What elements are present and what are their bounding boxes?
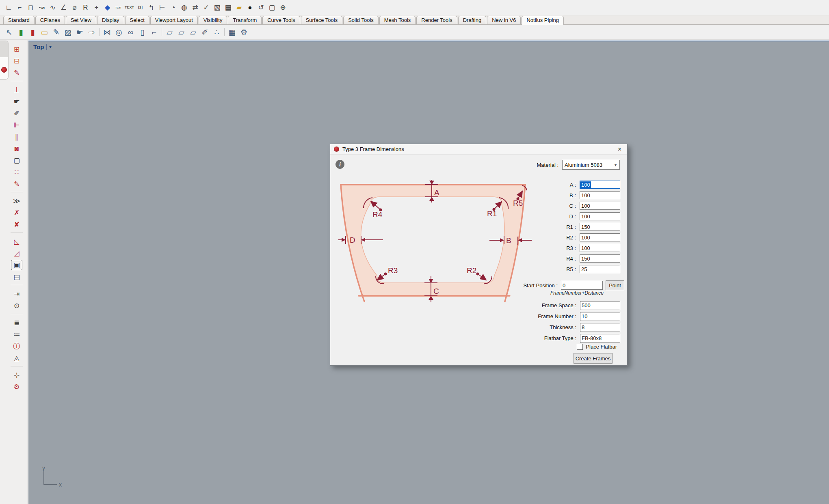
tab-surface-tools[interactable]: Surface Tools (301, 16, 343, 24)
hatch-tool-icon[interactable]: ◍ (179, 2, 190, 13)
open-document-icon[interactable]: ⊟ (11, 56, 22, 66)
place-flatbar-checkbox[interactable] (577, 344, 583, 350)
tab-set-view[interactable]: Set View (66, 16, 96, 24)
tab-transform[interactable]: Transform (228, 16, 262, 24)
paint-select-icon[interactable]: ▣ (11, 260, 22, 270)
diameter-tool-icon[interactable]: ⌀ (69, 2, 80, 13)
valve-icon[interactable]: ⋈ (101, 26, 113, 38)
tab-visibility[interactable]: Visibility (199, 16, 227, 24)
library-pipe-icon[interactable]: ▱ (187, 26, 199, 38)
viewport-title-menu[interactable]: Top ▾ (33, 43, 51, 50)
dialog-titlebar[interactable]: Type 3 Frame Dimensions × (330, 144, 627, 155)
gear-icon[interactable]: ⚙ (11, 381, 22, 392)
cube-hatch-tool-icon[interactable]: ▧ (212, 2, 223, 13)
field-frame-number[interactable]: 10 (580, 312, 620, 321)
tab-notilus-piping[interactable]: Notilus Piping (522, 16, 564, 25)
pipe-route-icon[interactable]: ▮ (15, 26, 27, 38)
field-r4[interactable]: 150 (580, 254, 620, 263)
open-folder-icon[interactable]: ▰ (234, 2, 245, 13)
pipe-tee-icon[interactable]: ⊥ (11, 84, 22, 95)
tab-select[interactable]: Select (125, 16, 149, 24)
bom-search-icon[interactable]: ≔ (11, 329, 22, 340)
radius-dim-tool-icon[interactable]: ◔ (168, 2, 179, 13)
field-thickness[interactable]: 8 (580, 323, 620, 332)
edit-document-icon[interactable]: ✎ (11, 67, 22, 78)
dim-tool-icon[interactable]: ⊢ (157, 2, 168, 13)
tab-mesh-tools[interactable]: Mesh Tools (379, 16, 416, 24)
settings-gear-icon[interactable]: ⚙ (238, 26, 250, 38)
closed-region-icon[interactable]: ◙ (11, 143, 22, 154)
info-icon[interactable]: i (335, 160, 344, 169)
library-edit-icon[interactable]: ✐ (199, 26, 211, 38)
label-a-tool-icon[interactable]: ▢ (266, 2, 277, 13)
weight-icon[interactable]: ◬ (11, 353, 22, 363)
leader-tool-icon[interactable]: ↰ (146, 2, 157, 13)
tab-drafting[interactable]: Drafting (458, 16, 487, 24)
table-icon[interactable]: ▦ (226, 26, 238, 38)
viewport-menu-caret-icon[interactable]: ▾ (49, 45, 51, 49)
list-tool-icon[interactable]: ▤ (223, 2, 234, 13)
cylinder-fitting-icon[interactable]: ▯ (136, 26, 148, 38)
snap-align-icon[interactable]: ⇥ (11, 289, 22, 299)
spiral-tool-icon[interactable]: ↺ (255, 2, 266, 13)
surface-icon[interactable]: ▢ (11, 155, 22, 166)
draw-curve-icon[interactable]: ✐ (11, 108, 22, 118)
extract-pipe-icon[interactable]: ⇨ (86, 26, 97, 38)
prism-icon[interactable]: ◺ (11, 236, 22, 247)
curve-tool-2-icon[interactable]: ∿ (47, 2, 58, 13)
panel-lines-icon[interactable]: ▤ (11, 271, 22, 282)
angle-45-tool-icon[interactable]: ∠ (58, 2, 69, 13)
delete-branch-icon[interactable]: ✘ (11, 219, 22, 230)
select-pipe-icon[interactable]: ↖ (3, 26, 15, 38)
measure-info-icon[interactable]: ⓘ (11, 341, 22, 351)
field-c[interactable]: 100 (580, 202, 620, 210)
start-position-field[interactable]: 0 (561, 281, 603, 290)
rhino-panel-icon[interactable] (1, 67, 7, 73)
align-tool-icon[interactable]: ⇄ (190, 2, 201, 13)
pick-pipe-icon[interactable]: ☛ (74, 26, 86, 38)
field-r1[interactable]: 150 (580, 223, 620, 231)
field-flatbar-type[interactable]: FB-80x8 (580, 334, 620, 343)
gumball-tool-icon[interactable]: ⊕ (277, 2, 288, 13)
library-flange-icon[interactable]: ▱ (175, 26, 187, 38)
plus-tool-icon[interactable]: + (91, 2, 102, 13)
replace-fitting-icon[interactable]: ▨ (62, 26, 74, 38)
create-frames-button[interactable]: Create Frames (574, 353, 613, 364)
polyline-tool-2-icon[interactable]: ⌐ (14, 2, 25, 13)
marker-pen-icon[interactable]: ✎ (11, 179, 22, 189)
flange-icon[interactable]: ◎ (113, 26, 125, 38)
close-icon[interactable]: × (616, 146, 623, 153)
tab-standard[interactable]: Standard (3, 16, 35, 24)
fittings-dots-icon[interactable]: ∷ (11, 167, 22, 177)
tab-solid-tools[interactable]: Solid Tools (343, 16, 379, 24)
check-tool-icon[interactable]: ✓ (201, 2, 212, 13)
field-b[interactable]: 100 (580, 191, 620, 199)
field-d[interactable]: 100 (580, 212, 620, 220)
text-small-tool-icon[interactable]: TEXT (113, 2, 124, 13)
delete-segment-icon[interactable]: ✗ (11, 207, 22, 218)
field-a[interactable]: 100 (580, 181, 620, 189)
pipe-route-stop-icon[interactable]: ▮ (27, 26, 39, 38)
field-frame-space[interactable]: 500 (580, 301, 620, 310)
pipe-branch-icon[interactable]: ⊩ (11, 120, 22, 130)
sidebar-dock-tab[interactable] (0, 41, 9, 80)
point-button[interactable]: Point (606, 280, 624, 290)
leader-2-tool-icon[interactable]: [2] (135, 2, 146, 13)
tab-viewport-layout[interactable]: Viewport Layout (150, 16, 198, 24)
vertical-dim-tool-icon[interactable]: ⊓ (25, 2, 36, 13)
material-select[interactable]: Aluminium 5083 ▾ (562, 160, 620, 170)
coupling-icon[interactable]: ∞ (125, 26, 136, 38)
field-r3[interactable]: 100 (580, 244, 620, 252)
edit-pipe-icon[interactable]: ✎ (50, 26, 62, 38)
elbow-fitting-icon[interactable]: ⌐ (148, 26, 160, 38)
merge-curves-icon[interactable]: ≫ (11, 196, 22, 206)
tab-display[interactable]: Display (97, 16, 124, 24)
field-r5[interactable]: 25 (580, 265, 620, 273)
polyline-tool-icon[interactable]: ∟ (3, 2, 14, 13)
library-valve-icon[interactable]: ▱ (164, 26, 175, 38)
tab-new-in-v6[interactable]: New in V6 (487, 16, 521, 24)
curve-tool-icon[interactable]: ↝ (36, 2, 47, 13)
tab-cplanes[interactable]: CPlanes (35, 16, 65, 24)
snap-point-icon[interactable]: ⊙ (11, 300, 22, 311)
pipe-segment-icon[interactable]: ▭ (39, 26, 50, 38)
